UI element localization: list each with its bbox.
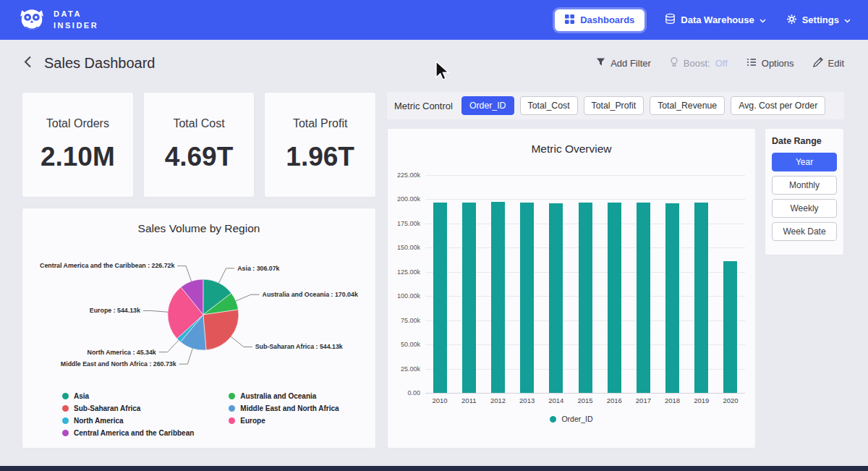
brand-text: DATA INSIDER — [54, 9, 98, 32]
y-tick-label: 0.00 — [407, 389, 420, 396]
pie-slice-label: Europe : 544.13k — [90, 307, 140, 314]
kpi-card-total-orders: Total Orders 2.10M — [22, 92, 134, 198]
metric-overview-card: Metric Overview 225.00k200.00k175.00k150… — [387, 128, 756, 449]
date-range-week-date-button[interactable]: Week Date — [772, 222, 837, 241]
page-title: Sales Dashboard — [44, 55, 155, 72]
bar-x-axis: 2010201120122013201420152016201720182019… — [425, 396, 745, 404]
pie-chart-svg: Asia : 306.07kAustralia and Oceania : 17… — [22, 238, 377, 391]
date-range-year-button[interactable]: Year — [772, 153, 837, 171]
settings-label: Settings — [802, 14, 839, 25]
kpi-label: Total Cost — [173, 117, 224, 130]
date-range-card: Date Range Year Monthly Weekly Week Date — [765, 128, 844, 255]
legend-dot — [62, 417, 69, 424]
edit-button[interactable]: Edit — [813, 57, 844, 69]
y-tick-label: 50.00k — [401, 341, 420, 348]
pie-slice[interactable] — [203, 310, 239, 350]
bottom-strip — [0, 466, 868, 471]
back-button[interactable] — [24, 56, 31, 70]
page-header: Sales Dashboard Add Filter Boost: Off — [0, 40, 868, 86]
kpi-row: Total Orders 2.10M Total Cost 4.69T Tota… — [22, 92, 376, 198]
chevron-down-icon — [844, 14, 851, 25]
bar[interactable] — [491, 202, 505, 393]
kpi-value: 4.69T — [165, 142, 234, 172]
gridline — [425, 393, 745, 394]
kpi-value: 1.96T — [286, 142, 354, 172]
x-tick-label: 2011 — [454, 396, 483, 404]
bar[interactable] — [520, 203, 534, 393]
legend-item: Central America and the Caribbean — [62, 429, 194, 437]
kpi-value: 2.10M — [41, 142, 115, 172]
bar[interactable] — [579, 203, 592, 393]
x-tick-label: 2016 — [600, 396, 629, 404]
metric-chip-total-profit[interactable]: Total_Profit — [584, 96, 644, 115]
pie-slice-label: Middle East and North Africa : 260.73k — [61, 360, 176, 368]
metric-control-bar: Metric Control Order_ID Total_Cost Total… — [387, 92, 844, 119]
top-navbar: DATA INSIDER Dashboards — [0, 0, 868, 40]
x-tick-label: 2020 — [716, 396, 745, 404]
y-tick-label: 225.00k — [397, 171, 420, 179]
metric-chip-total-revenue[interactable]: Total_Revenue — [650, 96, 725, 115]
boost-toggle[interactable]: Boost: Off — [670, 57, 728, 69]
date-range-weekly-button[interactable]: Weekly — [772, 199, 837, 218]
brand: DATA INSIDER — [17, 7, 98, 34]
chevron-down-icon — [760, 14, 766, 25]
pie-slice-label: Central America and the Caribbean : 226.… — [40, 263, 174, 270]
data-warehouse-menu[interactable]: Data Warehouse — [665, 13, 765, 27]
x-tick-label: 2019 — [687, 396, 716, 404]
dashboards-grid-icon — [565, 14, 574, 26]
bar[interactable] — [665, 203, 679, 393]
metric-chip-avg-cost-per-order[interactable]: Avg. Cost per Order — [731, 96, 825, 115]
navbar-right: Dashboards Data Warehouse — [555, 9, 851, 31]
bar-legend-label: Order_ID — [561, 415, 592, 423]
bar[interactable] — [433, 203, 447, 393]
boost-state: Off — [715, 58, 728, 69]
bar[interactable] — [608, 203, 621, 393]
date-range-monthly-button[interactable]: Monthly — [772, 176, 837, 195]
pie-slice-label: Australia and Oceania : 170.04k — [263, 291, 358, 298]
y-tick-label: 175.00k — [397, 220, 420, 227]
chevron-left-icon — [24, 56, 31, 70]
settings-menu[interactable]: Settings — [786, 14, 851, 27]
kpi-card-total-profit: Total Profit 1.96T — [264, 92, 376, 198]
dashboards-button[interactable]: Dashboards — [555, 9, 644, 31]
x-tick-label: 2010 — [425, 396, 454, 404]
add-filter-button[interactable]: Add Filter — [596, 57, 651, 69]
legend-item: Sub-Saharan Africa — [62, 404, 194, 412]
database-icon — [665, 13, 676, 27]
legend-item: Europe — [229, 417, 339, 425]
kpi-card-total-cost: Total Cost 4.69T — [143, 92, 255, 198]
balloon-icon — [670, 57, 678, 69]
bar-legend-dot — [550, 416, 556, 423]
edit-label: Edit — [828, 58, 844, 69]
x-tick-label: 2012 — [483, 396, 512, 404]
legend-dot — [62, 393, 69, 399]
metric-chip-total-cost[interactable]: Total_Cost — [520, 96, 578, 115]
legend-dot — [229, 405, 235, 412]
y-tick-label: 200.00k — [397, 195, 420, 203]
bar[interactable] — [462, 203, 476, 393]
bar-legend: Order_ID — [388, 415, 755, 423]
y-tick-label: 125.00k — [397, 268, 420, 276]
legend-dot — [229, 417, 235, 424]
x-tick-label: 2015 — [571, 396, 600, 404]
bar[interactable] — [694, 203, 708, 393]
metric-control-label: Metric Control — [394, 101, 453, 111]
data-warehouse-label: Data Warehouse — [681, 14, 754, 25]
kpi-label: Total Orders — [46, 117, 109, 130]
pie-slice-label: North America : 45.34k — [88, 349, 156, 356]
bar[interactable] — [723, 261, 737, 393]
metric-chip-order-id[interactable]: Order_ID — [461, 96, 514, 115]
options-button[interactable]: Options — [746, 58, 794, 69]
date-range-title: Date Range — [772, 136, 837, 146]
brand-line1: DATA — [54, 9, 98, 20]
y-tick-label: 100.00k — [397, 292, 420, 300]
bar[interactable] — [549, 203, 563, 393]
filter-icon — [596, 57, 605, 69]
legend-item: North America — [62, 417, 194, 425]
bar-chart: 225.00k200.00k175.00k150.00k125.00k100.0… — [393, 175, 745, 393]
bar[interactable] — [637, 203, 650, 393]
bar-plot — [425, 175, 745, 393]
gear-icon — [786, 14, 797, 27]
legend-dot — [229, 393, 235, 399]
legend-item: Middle East and North Africa — [229, 404, 339, 412]
